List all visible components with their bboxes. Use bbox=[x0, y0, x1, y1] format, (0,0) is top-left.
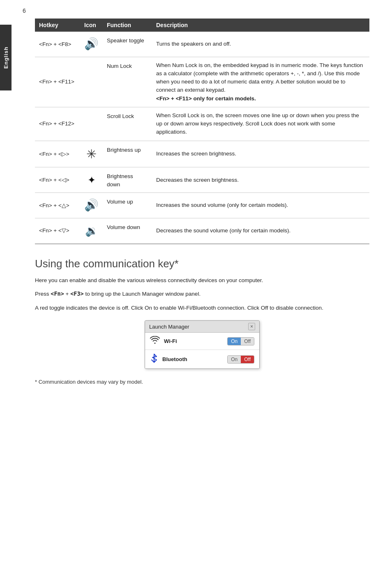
function-cell: Volume up bbox=[103, 193, 152, 218]
hotkey-cell: <Fn> + <F8> bbox=[35, 32, 80, 57]
table-row: <Fn> + <◁> ✦ Brightness down Decreases t… bbox=[35, 167, 369, 193]
brightness-up-icon: ✳ bbox=[86, 147, 97, 161]
table-row: <Fn> + <▷> ✳ Brightness up Increases the… bbox=[35, 141, 369, 167]
function-cell: Scroll Lock bbox=[103, 107, 152, 141]
description-cell: Decreases the screen brightness. bbox=[152, 167, 369, 193]
section-heading: Using the communication key* bbox=[35, 257, 369, 270]
brightness-down-icon: ✦ bbox=[88, 174, 96, 185]
icon-cell: 🔉 bbox=[80, 218, 103, 243]
dialog-bluetooth-row: Bluetooth On Off bbox=[145, 350, 259, 368]
description-cell: When Num Lock is on, the embedded keypad… bbox=[152, 57, 369, 107]
table-row: <Fn> + <F8> 🔊 Speaker toggle Turns the s… bbox=[35, 32, 369, 57]
volume-up-icon: 🔊 bbox=[84, 199, 99, 211]
wifi-toggle-group[interactable]: On Off bbox=[227, 337, 254, 345]
icon-cell: ✳ bbox=[80, 141, 103, 167]
description-cell: Turns the speakers on and off. bbox=[152, 32, 369, 57]
col-function: Function bbox=[103, 19, 152, 32]
hotkey-cell: <Fn> + <▽> bbox=[35, 218, 80, 243]
wifi-on-button[interactable]: On bbox=[228, 338, 241, 345]
volume-down-icon: 🔉 bbox=[85, 225, 98, 237]
dialog-wifi-row: Wi-Fi On Off bbox=[145, 333, 259, 350]
wifi-label: Wi-Fi bbox=[164, 338, 227, 344]
hotkey-cell: <Fn> + <▷> bbox=[35, 141, 80, 167]
bluetooth-on-button[interactable]: On bbox=[228, 356, 241, 363]
hotkey-cell: <Fn> + <◁> bbox=[35, 167, 80, 193]
bluetooth-label: Bluetooth bbox=[162, 356, 227, 362]
function-cell: Speaker toggle bbox=[103, 32, 152, 57]
hotkey-cell: <Fn> + <F11> bbox=[35, 57, 80, 107]
icon-cell bbox=[80, 107, 103, 141]
bold-note: <Fn> + <F11> only for certain models. bbox=[156, 95, 256, 102]
col-description: Description bbox=[152, 19, 369, 32]
bluetooth-off-button[interactable]: Off bbox=[241, 356, 254, 363]
dialog-close-button[interactable]: × bbox=[248, 323, 255, 330]
dialog-title: Launch Manager bbox=[149, 324, 189, 330]
icon-cell: 🔊 bbox=[80, 32, 103, 57]
icon-cell: ✦ bbox=[80, 167, 103, 193]
function-cell: Brightness down bbox=[103, 167, 152, 193]
icon-cell bbox=[80, 57, 103, 107]
launch-manager-dialog: Launch Manager × Wi-Fi On Off bbox=[145, 320, 260, 369]
table-row: <Fn> + <F11> Num Lock When Num Lock is o… bbox=[35, 57, 369, 107]
icon-cell: 🔊 bbox=[80, 193, 103, 218]
side-tab: English bbox=[0, 25, 12, 90]
table-row: <Fn> + <F12> Scroll Lock When Scroll Loc… bbox=[35, 107, 369, 141]
function-cell: Num Lock bbox=[103, 57, 152, 107]
section-para3: A red toggle indicates the device is off… bbox=[35, 304, 369, 313]
page-number: 6 bbox=[23, 7, 26, 14]
bluetooth-toggle-group[interactable]: On Off bbox=[227, 355, 254, 364]
function-cell: Volume down bbox=[103, 218, 152, 243]
dialog-title-bar: Launch Manager × bbox=[145, 321, 259, 333]
hotkey-table: Hotkey Icon Function Description <Fn> + … bbox=[35, 19, 369, 244]
side-tab-label: English bbox=[3, 46, 9, 69]
hotkey-cell: <Fn> + <△> bbox=[35, 193, 80, 218]
description-cell: Decreases the sound volume (only for cer… bbox=[152, 218, 369, 243]
section-para1: Here you can enable and disable the vari… bbox=[35, 276, 369, 285]
bluetooth-icon bbox=[150, 353, 158, 365]
table-row: <Fn> + <△> 🔊 Volume up Increases the sou… bbox=[35, 193, 369, 218]
wifi-icon bbox=[150, 336, 160, 346]
description-cell: Increases the sound volume (only for cer… bbox=[152, 193, 369, 218]
footnote: * Communication devices may vary by mode… bbox=[35, 379, 369, 385]
table-row: <Fn> + <▽> 🔉 Volume down Decreases the s… bbox=[35, 218, 369, 243]
section-para2: Press <Fn> + <F3> to bring up the Launch… bbox=[35, 290, 369, 299]
description-cell: Increases the screen brightness. bbox=[152, 141, 369, 167]
col-icon: Icon bbox=[80, 19, 103, 32]
wifi-off-button[interactable]: Off bbox=[241, 338, 254, 345]
description-cell: When Scroll Lock is on, the screen moves… bbox=[152, 107, 369, 141]
dialog-wrapper: Launch Manager × Wi-Fi On Off bbox=[35, 320, 369, 369]
hotkey-cell: <Fn> + <F12> bbox=[35, 107, 80, 141]
col-hotkey: Hotkey bbox=[35, 19, 80, 32]
speaker-icon: 🔊 bbox=[84, 37, 99, 50]
function-cell: Brightness up bbox=[103, 141, 152, 167]
